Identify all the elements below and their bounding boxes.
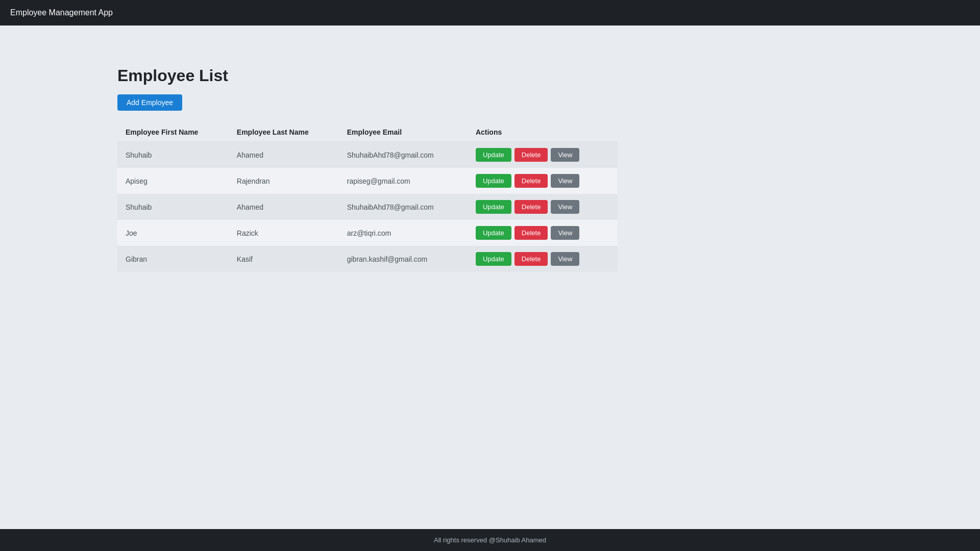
delete-button[interactable]: Delete <box>514 200 548 214</box>
navbar-brand: Employee Management App <box>10 8 113 17</box>
view-button[interactable]: View <box>551 252 579 266</box>
cell-first-name: Apiseg <box>117 168 229 194</box>
cell-first-name: Shuhaib <box>117 194 229 220</box>
col-actions: Actions <box>468 123 618 142</box>
update-button[interactable]: Update <box>476 252 511 266</box>
cell-last-name: Rajendran <box>229 168 339 194</box>
table-row: ShuhaibAhamedShuhaibAhd78@gmail.comUpdat… <box>117 142 618 168</box>
cell-actions: UpdateDeleteView <box>468 194 618 220</box>
table-row: GibranKasifgibran.kashif@gmail.comUpdate… <box>117 246 618 272</box>
cell-actions: UpdateDeleteView <box>468 246 618 272</box>
col-email: Employee Email <box>339 123 468 142</box>
cell-last-name: Ahamed <box>229 142 339 168</box>
add-employee-button[interactable]: Add Employee <box>117 94 182 111</box>
page-title: Employee List <box>117 66 980 85</box>
cell-last-name: Kasif <box>229 246 339 272</box>
table-row: ApisegRajendranrapiseg@gmail.comUpdateDe… <box>117 168 618 194</box>
table-row: ShuhaibAhamedShuhaibAhd78@gmail.comUpdat… <box>117 194 618 220</box>
update-button[interactable]: Update <box>476 174 511 188</box>
table-body: ShuhaibAhamedShuhaibAhd78@gmail.comUpdat… <box>117 142 618 272</box>
cell-actions: UpdateDeleteView <box>468 220 618 246</box>
delete-button[interactable]: Delete <box>514 148 548 162</box>
cell-email: ShuhaibAhd78@gmail.com <box>339 142 468 168</box>
col-first-name: Employee First Name <box>117 123 229 142</box>
cell-email: arz@tiqri.com <box>339 220 468 246</box>
col-last-name: Employee Last Name <box>229 123 339 142</box>
delete-button[interactable]: Delete <box>514 252 548 266</box>
view-button[interactable]: View <box>551 226 579 240</box>
cell-first-name: Joe <box>117 220 229 246</box>
footer-text: All rights reserved @Shuhaib Ahamed <box>434 536 546 544</box>
employee-table: Employee First Name Employee Last Name E… <box>117 123 618 272</box>
cell-last-name: Ahamed <box>229 194 339 220</box>
view-button[interactable]: View <box>551 174 579 188</box>
update-button[interactable]: Update <box>476 148 511 162</box>
cell-last-name: Razick <box>229 220 339 246</box>
update-button[interactable]: Update <box>476 200 511 214</box>
delete-button[interactable]: Delete <box>514 226 548 240</box>
cell-first-name: Gibran <box>117 246 229 272</box>
footer: All rights reserved @Shuhaib Ahamed <box>0 529 980 551</box>
cell-email: ShuhaibAhd78@gmail.com <box>339 194 468 220</box>
view-button[interactable]: View <box>551 148 579 162</box>
cell-first-name: Shuhaib <box>117 142 229 168</box>
update-button[interactable]: Update <box>476 226 511 240</box>
cell-email: rapiseg@gmail.com <box>339 168 468 194</box>
table-row: JoeRazickarz@tiqri.comUpdateDeleteView <box>117 220 618 246</box>
cell-actions: UpdateDeleteView <box>468 142 618 168</box>
delete-button[interactable]: Delete <box>514 174 548 188</box>
cell-email: gibran.kashif@gmail.com <box>339 246 468 272</box>
navbar: Employee Management App <box>0 0 980 26</box>
cell-actions: UpdateDeleteView <box>468 168 618 194</box>
view-button[interactable]: View <box>551 200 579 214</box>
table-header: Employee First Name Employee Last Name E… <box>117 123 618 142</box>
main-content: Employee List Add Employee Employee Firs… <box>0 26 980 529</box>
